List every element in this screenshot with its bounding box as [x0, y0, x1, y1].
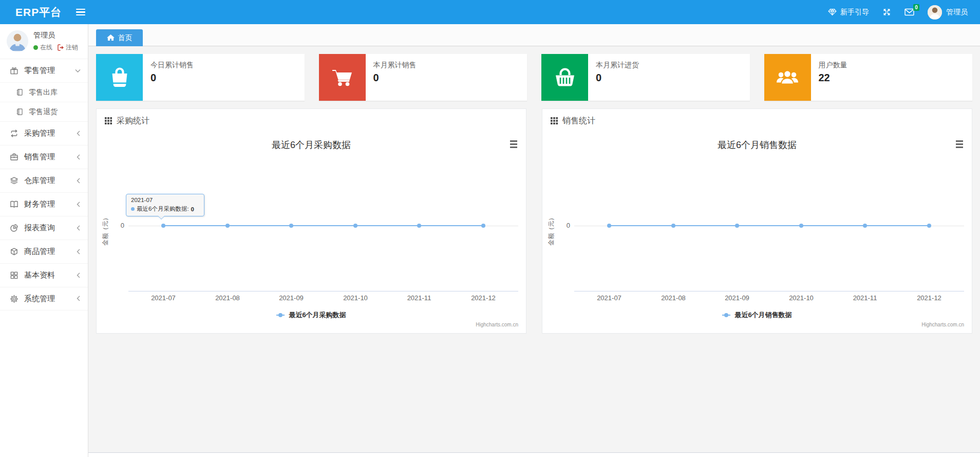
x-axis-line	[128, 291, 518, 291]
x-axis-label: 2021-10	[778, 294, 824, 302]
stat-value: 0	[150, 72, 194, 84]
repeat-icon	[10, 129, 18, 138]
x-axis-label: 2021-07	[140, 294, 186, 302]
data-point[interactable]	[417, 224, 421, 228]
user-menu[interactable]: 管理员	[928, 5, 968, 20]
data-point[interactable]	[607, 224, 611, 228]
notebook-icon	[16, 88, 24, 96]
stat-card-month-sales[interactable]: 本月累计销售 0	[319, 54, 527, 101]
guide-link[interactable]: 新手引导	[828, 8, 869, 17]
x-axis-label: 2021-11	[396, 294, 442, 302]
sign-out-icon	[58, 44, 64, 51]
data-point[interactable]	[927, 224, 931, 228]
stat-value: 0	[373, 72, 417, 84]
home-icon	[107, 34, 115, 41]
sidebar-item-system-management[interactable]: 系统管理	[0, 287, 88, 310]
series-line[interactable]	[163, 225, 483, 226]
gear-icon	[10, 295, 18, 303]
data-point[interactable]	[225, 224, 230, 228]
th-grid-icon	[551, 117, 558, 124]
briefcase-icon	[10, 153, 18, 161]
app-logo[interactable]: ERP平台	[15, 5, 62, 20]
hamburger-icon	[76, 9, 85, 10]
data-point[interactable]	[863, 224, 867, 228]
stat-label: 今日累计销售	[150, 61, 194, 70]
sidebar-item-goods-management[interactable]: 商品管理	[0, 240, 88, 263]
data-point[interactable]	[353, 224, 357, 228]
open-book-icon	[10, 200, 18, 209]
sidebar-item-label: 销售管理	[24, 152, 70, 162]
chart-context-menu-button[interactable]	[956, 140, 963, 148]
stat-cards-row: 今日累计销售 0 本月累计销售 0	[88, 46, 980, 108]
sidebar-toggle-button[interactable]	[76, 9, 85, 16]
sidebar-item-warehouse-management[interactable]: 仓库管理	[0, 169, 88, 192]
shopping-cart-icon	[319, 54, 366, 101]
x-axis-label: 2021-08	[650, 294, 696, 302]
chevron-left-icon	[76, 296, 81, 302]
stat-value: 0	[596, 72, 639, 84]
messages-count-badge: 0	[913, 4, 919, 11]
legend-marker-icon	[722, 313, 730, 317]
sidebar-item-retail-outbound[interactable]: 零售出库	[0, 82, 88, 102]
highcharts-credits-link[interactable]: Highcharts.com.cn	[476, 322, 518, 327]
stat-card-today-sales[interactable]: 今日累计销售 0	[96, 54, 305, 101]
chevron-left-icon	[76, 225, 81, 231]
sidebar-item-label: 基本资料	[24, 270, 70, 280]
series-line[interactable]	[609, 225, 929, 226]
tab-home-label: 首页	[118, 33, 133, 43]
x-axis-label: 2021-08	[204, 294, 251, 302]
y-axis-tick: 0	[542, 222, 570, 229]
data-point[interactable]	[289, 224, 293, 228]
messages-button[interactable]: 0	[904, 8, 914, 16]
highcharts-credits-link[interactable]: Highcharts.com.cn	[921, 322, 964, 327]
data-point[interactable]	[161, 224, 165, 228]
sidebar-item-retail-returns[interactable]: 零售退货	[0, 102, 88, 121]
sidebar-item-sales-management[interactable]: 销售管理	[0, 145, 88, 169]
stat-card-user-count[interactable]: 用户数量 22	[764, 54, 973, 101]
sidebar-item-label: 零售管理	[24, 66, 69, 76]
tooltip-series-label: 最近6个月采购数据:	[137, 205, 189, 213]
guide-label: 新手引导	[840, 8, 869, 17]
chart-tooltip: 2021-07 最近6个月采购数据: 0	[126, 194, 204, 216]
stat-card-month-purchases[interactable]: 本月累计进货 0	[541, 54, 750, 101]
sidebar-item-retail-management[interactable]: 零售管理	[0, 59, 88, 82]
sales-stats-panel: 销售统计 最近6个月销售数据 金额（元） 0 2021-07 2021-08 2…	[542, 108, 972, 334]
chart-title: 最近6个月销售数据	[542, 139, 972, 151]
avatar	[928, 5, 942, 20]
sidebar-item-purchase-management[interactable]: 采购管理	[0, 121, 88, 145]
data-point[interactable]	[799, 224, 803, 228]
sidebar-item-label: 仓库管理	[24, 176, 70, 186]
data-point[interactable]	[671, 224, 675, 228]
main-content: 首页 今日累计销售 0	[88, 24, 980, 457]
layers-icon	[10, 176, 18, 185]
x-axis-label: 2021-11	[842, 294, 888, 302]
logout-link[interactable]: 注销	[58, 43, 78, 52]
sidebar-item-label: 采购管理	[24, 129, 70, 138]
chart-title: 最近6个月采购数据	[97, 139, 526, 151]
y-axis-tick: 0	[97, 222, 124, 229]
data-point[interactable]	[735, 224, 739, 228]
navbar-right: 新手引导 0 管理员	[828, 5, 980, 20]
sidebar-item-report-query[interactable]: 报表查询	[0, 216, 88, 240]
tab-home[interactable]: 首页	[96, 29, 143, 46]
notebook-icon	[16, 108, 24, 116]
fullscreen-button[interactable]	[882, 8, 891, 16]
expand-arrows-icon	[882, 8, 891, 16]
sidebar-item-label: 零售退货	[29, 107, 58, 117]
online-status-icon	[33, 45, 38, 50]
chevron-left-icon	[76, 249, 81, 255]
legend-item[interactable]: 最近6个月销售数据	[542, 310, 972, 320]
sidebar-item-finance-management[interactable]: 财务管理	[0, 192, 88, 216]
avatar	[7, 30, 28, 52]
data-point[interactable]	[481, 224, 485, 228]
sidebar-username: 管理员	[33, 31, 78, 40]
th-grid-icon	[105, 117, 112, 124]
chart-context-menu-button[interactable]	[510, 140, 517, 148]
stat-label: 本月累计进货	[596, 61, 639, 70]
gift-icon	[10, 66, 18, 75]
chevron-left-icon	[76, 154, 81, 160]
sidebar-item-basic-data[interactable]: 基本资料	[0, 263, 88, 287]
sidebar-item-label: 财务管理	[24, 199, 70, 209]
legend-item[interactable]: 最近6个月采购数据	[97, 310, 526, 320]
sidebar-user-panel: 管理员 在线 注销	[0, 24, 88, 59]
